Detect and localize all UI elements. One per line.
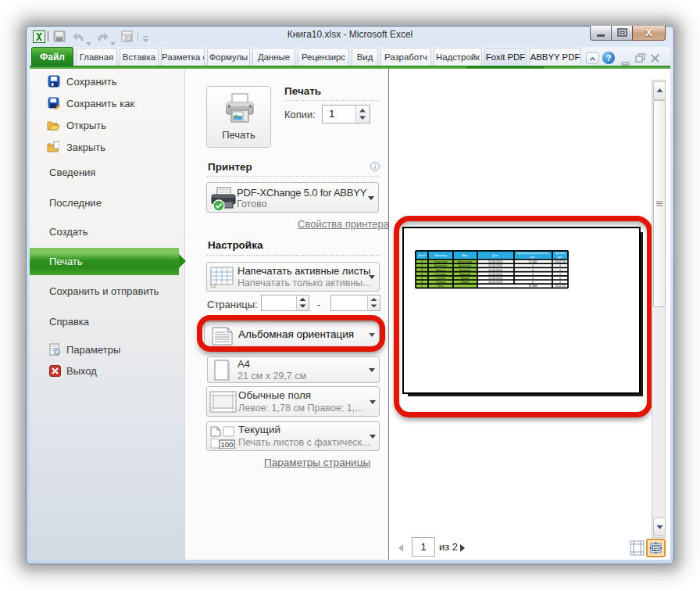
- svg-text:100: 100: [221, 440, 234, 449]
